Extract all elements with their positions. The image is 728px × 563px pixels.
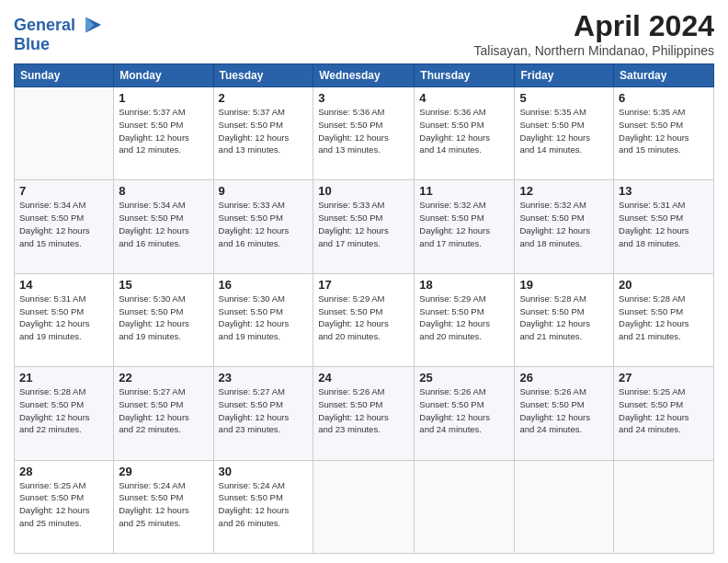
day-info: Sunrise: 5:29 AM Sunset: 5:50 PM Dayligh… [419,293,509,343]
day-info: Sunrise: 5:25 AM Sunset: 5:50 PM Dayligh… [619,385,709,436]
day-header-thursday: Thursday [415,64,515,87]
calendar-cell: 28Sunrise: 5:25 AM Sunset: 5:50 PM Dayli… [15,460,114,553]
calendar-cell: 21Sunrise: 5:28 AM Sunset: 5:50 PM Dayli… [15,367,114,460]
calendar-cell: 9Sunrise: 5:33 AM Sunset: 5:50 PM Daylig… [213,180,313,273]
day-number: 25 [419,371,509,385]
day-number: 5 [519,91,609,105]
day-info: Sunrise: 5:24 AM Sunset: 5:50 PM Dayligh… [219,479,309,530]
calendar-cell: 12Sunrise: 5:32 AM Sunset: 5:50 PM Dayli… [515,180,614,273]
calendar-cell: 29Sunrise: 5:24 AM Sunset: 5:50 PM Dayli… [114,460,213,553]
day-number: 15 [119,278,208,292]
calendar-cell: 15Sunrise: 5:30 AM Sunset: 5:50 PM Dayli… [114,273,213,366]
day-info: Sunrise: 5:36 AM Sunset: 5:50 PM Dayligh… [318,106,409,156]
day-number: 1 [119,91,208,105]
calendar-cell: 7Sunrise: 5:34 AM Sunset: 5:50 PM Daylig… [15,180,114,273]
day-header-friday: Friday [515,64,614,87]
calendar-cell: 24Sunrise: 5:26 AM Sunset: 5:50 PM Dayli… [313,367,415,460]
day-number: 28 [19,465,108,478]
day-number: 23 [219,371,309,385]
logo-icon [77,13,103,39]
day-number: 18 [419,278,509,292]
calendar-cell: 18Sunrise: 5:29 AM Sunset: 5:50 PM Dayli… [415,273,515,366]
day-info: Sunrise: 5:33 AM Sunset: 5:50 PM Dayligh… [219,199,309,249]
logo: General Blue [14,13,103,54]
day-header-monday: Monday [114,64,213,87]
day-number: 13 [619,184,709,198]
calendar-cell: 5Sunrise: 5:35 AM Sunset: 5:50 PM Daylig… [515,87,614,180]
day-info: Sunrise: 5:28 AM Sunset: 5:50 PM Dayligh… [619,293,709,343]
day-info: Sunrise: 5:37 AM Sunset: 5:50 PM Dayligh… [219,106,309,156]
calendar-cell: 25Sunrise: 5:26 AM Sunset: 5:50 PM Dayli… [415,367,515,460]
calendar-cell: 23Sunrise: 5:27 AM Sunset: 5:50 PM Dayli… [213,367,313,460]
calendar-cell: 13Sunrise: 5:31 AM Sunset: 5:50 PM Dayli… [614,180,714,273]
day-info: Sunrise: 5:37 AM Sunset: 5:50 PM Dayligh… [119,106,208,156]
title-block: April 2024 Talisayan, Northern Mindanao,… [474,9,714,58]
day-info: Sunrise: 5:35 AM Sunset: 5:50 PM Dayligh… [619,106,709,156]
day-info: Sunrise: 5:28 AM Sunset: 5:50 PM Dayligh… [19,385,108,436]
day-number: 27 [619,371,709,385]
day-info: Sunrise: 5:35 AM Sunset: 5:50 PM Dayligh… [519,106,609,156]
day-info: Sunrise: 5:31 AM Sunset: 5:50 PM Dayligh… [619,199,709,249]
calendar-week-4: 21Sunrise: 5:28 AM Sunset: 5:50 PM Dayli… [15,367,714,460]
day-header-tuesday: Tuesday [213,64,313,87]
calendar-cell: 27Sunrise: 5:25 AM Sunset: 5:50 PM Dayli… [614,367,714,460]
day-number: 9 [219,184,309,198]
calendar-table: SundayMondayTuesdayWednesdayThursdayFrid… [14,63,714,554]
day-header-saturday: Saturday [614,64,714,87]
calendar-cell: 17Sunrise: 5:29 AM Sunset: 5:50 PM Dayli… [313,273,415,366]
calendar-cell: 10Sunrise: 5:33 AM Sunset: 5:50 PM Dayli… [313,180,415,273]
day-info: Sunrise: 5:34 AM Sunset: 5:50 PM Dayligh… [19,199,108,249]
day-info: Sunrise: 5:33 AM Sunset: 5:50 PM Dayligh… [318,199,409,249]
calendar-cell: 4Sunrise: 5:36 AM Sunset: 5:50 PM Daylig… [415,87,515,180]
day-number: 20 [619,278,709,292]
day-info: Sunrise: 5:32 AM Sunset: 5:50 PM Dayligh… [519,199,609,249]
month-year: April 2024 [474,9,714,43]
day-info: Sunrise: 5:24 AM Sunset: 5:50 PM Dayligh… [119,479,208,530]
calendar-cell: 16Sunrise: 5:30 AM Sunset: 5:50 PM Dayli… [213,273,313,366]
day-number: 14 [19,278,108,292]
logo-text: General [14,17,75,35]
day-info: Sunrise: 5:26 AM Sunset: 5:50 PM Dayligh… [318,385,409,436]
calendar-cell: 6Sunrise: 5:35 AM Sunset: 5:50 PM Daylig… [614,87,714,180]
day-info: Sunrise: 5:25 AM Sunset: 5:50 PM Dayligh… [19,479,108,530]
day-number: 6 [619,91,709,105]
calendar-cell [15,87,114,180]
calendar-cell: 3Sunrise: 5:36 AM Sunset: 5:50 PM Daylig… [313,87,415,180]
day-number: 24 [318,371,409,385]
location: Talisayan, Northern Mindanao, Philippine… [474,43,714,58]
day-number: 21 [19,371,108,385]
calendar-week-5: 28Sunrise: 5:25 AM Sunset: 5:50 PM Dayli… [15,460,714,553]
day-info: Sunrise: 5:36 AM Sunset: 5:50 PM Dayligh… [419,106,509,156]
day-number: 29 [119,465,208,478]
day-info: Sunrise: 5:30 AM Sunset: 5:50 PM Dayligh… [119,293,208,343]
days-header-row: SundayMondayTuesdayWednesdayThursdayFrid… [15,64,714,87]
day-info: Sunrise: 5:27 AM Sunset: 5:50 PM Dayligh… [219,385,309,436]
day-header-sunday: Sunday [15,64,114,87]
calendar-body: 1Sunrise: 5:37 AM Sunset: 5:50 PM Daylig… [15,87,714,554]
calendar-cell: 8Sunrise: 5:34 AM Sunset: 5:50 PM Daylig… [114,180,213,273]
calendar-cell: 11Sunrise: 5:32 AM Sunset: 5:50 PM Dayli… [415,180,515,273]
day-number: 7 [19,184,108,198]
calendar-cell: 1Sunrise: 5:37 AM Sunset: 5:50 PM Daylig… [114,87,213,180]
day-number: 11 [419,184,509,198]
calendar-week-1: 1Sunrise: 5:37 AM Sunset: 5:50 PM Daylig… [15,87,714,180]
day-number: 16 [219,278,309,292]
day-info: Sunrise: 5:27 AM Sunset: 5:50 PM Dayligh… [119,385,208,436]
day-header-wednesday: Wednesday [313,64,415,87]
day-info: Sunrise: 5:28 AM Sunset: 5:50 PM Dayligh… [519,293,609,343]
day-number: 19 [519,278,609,292]
header: General Blue April 2024 Talisayan, North… [14,9,714,58]
day-number: 30 [219,465,309,478]
day-info: Sunrise: 5:26 AM Sunset: 5:50 PM Dayligh… [419,385,509,436]
calendar-cell [614,460,714,553]
page: General Blue April 2024 Talisayan, North… [0,0,728,563]
day-number: 2 [219,91,309,105]
day-info: Sunrise: 5:29 AM Sunset: 5:50 PM Dayligh… [318,293,409,343]
calendar-cell: 30Sunrise: 5:24 AM Sunset: 5:50 PM Dayli… [213,460,313,553]
calendar-cell: 2Sunrise: 5:37 AM Sunset: 5:50 PM Daylig… [213,87,313,180]
calendar-cell [313,460,415,553]
calendar-cell [415,460,515,553]
day-number: 17 [318,278,409,292]
day-number: 10 [318,184,409,198]
calendar-cell: 19Sunrise: 5:28 AM Sunset: 5:50 PM Dayli… [515,273,614,366]
